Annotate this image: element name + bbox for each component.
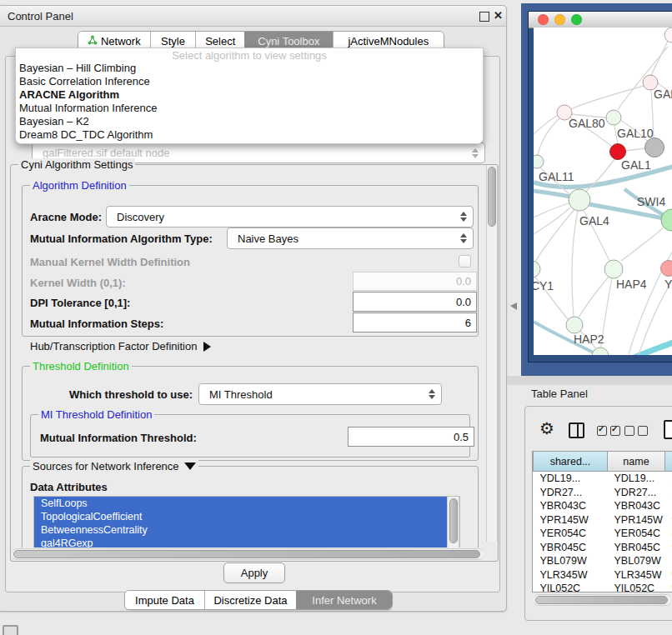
algorithm-option[interactable]: Mutual Information Inference <box>16 102 483 115</box>
bottom-tab-infer-network[interactable]: Infer Network <box>296 591 392 609</box>
network-canvas[interactable]: GAL7GAL80GAL10GAL1GAL11SWI4GAL4GCY1HAP4Y… <box>534 28 672 355</box>
column-header[interactable] <box>665 452 672 472</box>
table-cell: 9 <box>665 582 672 592</box>
attribute-option[interactable]: SelfLoops <box>34 497 459 510</box>
settings-vertical-scrollbar-thumb[interactable] <box>488 167 496 227</box>
expand-right-icon[interactable] <box>203 342 211 352</box>
network-node[interactable] <box>534 261 540 278</box>
table-cell: YDR27... <box>534 486 608 500</box>
column-header[interactable]: shared... <box>534 452 608 472</box>
network-node[interactable] <box>664 28 672 42</box>
select-all-columns-icon[interactable] <box>597 426 620 436</box>
table-row[interactable]: YBR043CYBR043C <box>534 499 672 513</box>
bottom-tab-impute-data[interactable]: Impute Data <box>125 591 204 609</box>
node-table[interactable]: shared...nameYDL19...YDL19...13YDR27...Y… <box>532 451 672 592</box>
which-threshold-combobox[interactable]: MI Threshold <box>198 383 442 405</box>
network-edge <box>534 115 558 134</box>
table-horizontal-scrollbar-thumb[interactable] <box>535 596 668 604</box>
algorithm-option[interactable]: Basic Correlation Inference <box>16 75 483 88</box>
table-panel-title: Table Panel <box>531 388 588 400</box>
aracne-mode-value: Discovery <box>107 211 458 223</box>
table-horizontal-scrollbar[interactable] <box>534 594 671 606</box>
table-row[interactable]: YBL079WYBL079W <box>534 554 672 568</box>
panel-divider[interactable] <box>507 376 672 385</box>
network-node[interactable] <box>606 110 621 125</box>
zoom-traffic-light[interactable] <box>571 14 582 25</box>
attribute-option[interactable]: BetweennessCentrality <box>34 523 459 537</box>
tab-label: Impute Data <box>135 594 194 607</box>
node-label: GAL10 <box>617 127 654 140</box>
minimize-traffic-light[interactable] <box>554 14 565 25</box>
network-node[interactable] <box>610 144 626 160</box>
close-icon[interactable]: ✕ <box>494 9 503 22</box>
network-window-titlebar[interactable] <box>529 12 672 28</box>
table-cell: YBR043C <box>608 499 665 513</box>
mi-steps-label: Mutual Information Steps: <box>30 318 163 330</box>
apply-button[interactable]: Apply <box>223 562 285 583</box>
combo-stepper-icon <box>458 233 469 243</box>
combo-stepper-icon <box>469 148 481 158</box>
hub-section-toggle[interactable]: Hub/Transcription Factor Definition <box>30 340 211 352</box>
algorithm-option[interactable]: Dream8 DC_TDC Algorithm <box>16 128 483 142</box>
close-traffic-light[interactable] <box>538 14 549 25</box>
settings-horizontal-scrollbar[interactable] <box>12 548 484 560</box>
table-row[interactable]: YPR145WYPR145W9. <box>534 513 672 528</box>
cyni-algorithm-settings-title: Cyni Algorithm Settings <box>18 158 135 171</box>
table-cell: YPR145W <box>608 513 665 528</box>
network-node[interactable] <box>566 317 583 333</box>
mi-type-label: Mutual Information Algorithm Type: <box>30 232 213 245</box>
network-node[interactable] <box>645 138 664 158</box>
tab-label: Network <box>101 35 141 48</box>
attribute-option[interactable]: TopologicalCoefficient <box>34 510 459 523</box>
network-node[interactable] <box>569 189 590 211</box>
manual-kernel-checkbox[interactable] <box>459 255 471 268</box>
table-row[interactable]: YER054CYER054C8. <box>534 527 672 541</box>
kernel-width-field[interactable]: 0.0 <box>353 272 477 291</box>
bottom-tab-discretize-data[interactable]: Discretize Data <box>204 591 296 609</box>
gear-icon[interactable]: ⚙ <box>539 420 554 437</box>
aracne-mode-label: Aracne Mode: <box>30 211 102 223</box>
network-node[interactable] <box>604 260 623 278</box>
dpi-tolerance-field[interactable]: 0.0 <box>353 292 477 312</box>
column-layout-icon[interactable] <box>569 422 584 438</box>
mi-threshold-field[interactable]: 0.5 <box>348 427 474 447</box>
settings-vertical-scrollbar[interactable] <box>486 165 498 542</box>
table-row[interactable]: YIL052CYIL052C9 <box>534 582 672 592</box>
minimized-panel-icon[interactable] <box>3 625 18 635</box>
attributes-scrollbar[interactable] <box>447 497 459 548</box>
algorithm-option[interactable]: ARACNE Algorithm <box>16 88 483 102</box>
table-cell: YIL052C <box>608 582 665 592</box>
table-cell <box>665 499 672 513</box>
mouse-cursor <box>510 302 517 310</box>
table-cell: YDL19... <box>534 472 608 486</box>
aracne-mode-combobox[interactable]: Discovery <box>106 206 474 228</box>
network-node[interactable] <box>534 155 544 168</box>
network-window[interactable]: GAL7GAL80GAL10GAL1GAL11SWI4GAL4GCY1HAP4Y… <box>528 11 672 362</box>
unselect-all-columns-icon[interactable] <box>624 426 648 436</box>
attributes-scrollbar-thumb[interactable] <box>449 498 458 543</box>
tab-label: jActiveMNodules <box>348 35 429 48</box>
table-row[interactable]: YLR345WYLR345W9. <box>534 568 672 582</box>
algorithm-popup: Select algorithm to view settings Bayesi… <box>15 48 484 144</box>
network-edge <box>621 228 664 261</box>
table-row[interactable]: YBR045CYBR045C9. <box>534 541 672 555</box>
dpi-tolerance-label: DPI Tolerance [0,1]: <box>30 297 130 309</box>
table-row[interactable]: YDR27...YDR27...12 <box>534 486 672 500</box>
mi-steps-field[interactable]: 6 <box>353 312 477 332</box>
data-attributes-list[interactable]: SelfLoopsTopologicalCoefficientBetweenne… <box>33 496 460 548</box>
table-row[interactable]: YDL19...YDL19...13 <box>534 472 672 486</box>
network-node[interactable] <box>592 348 609 355</box>
sources-group-header[interactable]: Sources for Network Inference <box>30 460 198 472</box>
network-desktop: GAL7GAL80GAL10GAL1GAL11SWI4GAL4GCY1HAP4Y… <box>521 3 672 376</box>
column-header[interactable]: name <box>608 452 665 472</box>
mi-type-combobox[interactable]: Naive Bayes <box>227 228 474 249</box>
collapse-down-icon[interactable] <box>184 462 196 470</box>
attribute-option[interactable]: gal4RGexp <box>34 537 459 548</box>
float-icon[interactable] <box>479 12 489 22</box>
network-node[interactable] <box>661 261 672 277</box>
settings-horizontal-scrollbar-thumb[interactable] <box>13 550 480 558</box>
new-table-icon[interactable] <box>664 420 672 439</box>
control-panel-titlebar[interactable]: Control Panel ✕ <box>0 6 506 27</box>
algorithm-option[interactable]: Bayesian – Hill Climbing <box>16 62 483 75</box>
algorithm-option[interactable]: Bayesian – K2 <box>16 115 483 128</box>
